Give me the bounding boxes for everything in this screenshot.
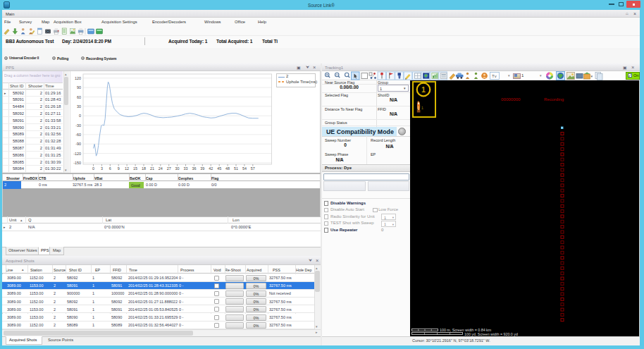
svg-text:▾: ▾ [591, 74, 593, 78]
svg-text:9: 9 [118, 166, 120, 171]
svg-text:-90: -90 [75, 142, 81, 146]
svg-text:36: 36 [192, 166, 196, 171]
svg-text:30: 30 [77, 104, 81, 109]
svg-text:42: 42 [209, 166, 213, 171]
svg-text:18: 18 [142, 166, 146, 171]
svg-text:45: 45 [217, 166, 221, 171]
svg-text:120: 120 [75, 76, 81, 80]
svg-text:33: 33 [184, 166, 188, 171]
svg-text:90: 90 [77, 85, 81, 90]
svg-text:15: 15 [133, 166, 137, 171]
svg-text:21: 21 [150, 166, 154, 171]
svg-text:54: 54 [242, 166, 247, 171]
svg-text:39: 39 [200, 166, 204, 171]
svg-text:Tv: Tv [492, 74, 497, 78]
svg-text:57: 57 [251, 166, 255, 171]
svg-text:-60: -60 [75, 133, 81, 137]
svg-text:-30: -30 [75, 123, 81, 128]
svg-text:30: 30 [175, 166, 180, 171]
svg-text:6: 6 [109, 166, 111, 171]
svg-text:-120: -120 [73, 152, 81, 156]
svg-text:3: 3 [101, 166, 103, 171]
svg-text:100 yd, Screen width = 920.0 y: 100 yd, Screen width = 920.0 yd [464, 332, 518, 336]
svg-text:48: 48 [225, 166, 230, 171]
svg-text:24: 24 [159, 166, 163, 171]
svg-text:51: 51 [234, 166, 238, 171]
svg-text:27: 27 [167, 166, 171, 171]
svg-text:60: 60 [77, 95, 81, 99]
svg-text:12: 12 [125, 166, 129, 171]
svg-text:-150: -150 [73, 161, 81, 165]
svg-text:0: 0 [92, 166, 94, 171]
svg-text:0: 0 [79, 114, 81, 118]
